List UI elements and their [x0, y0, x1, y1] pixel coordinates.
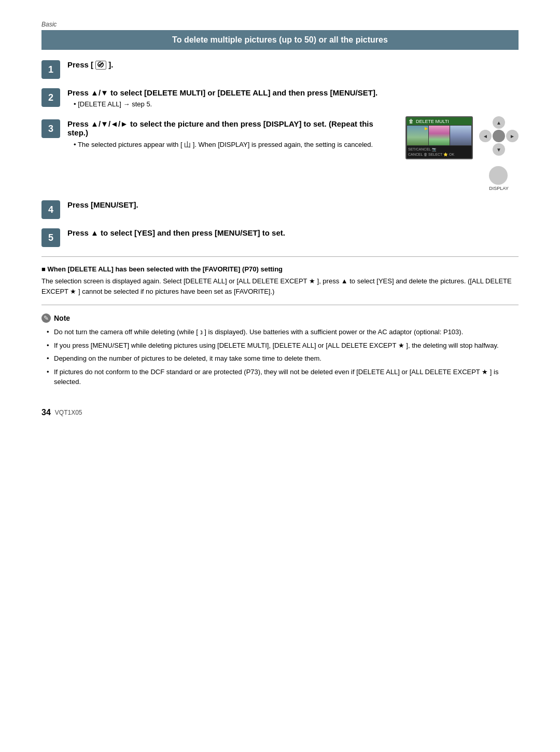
- step-number-4: 4: [41, 200, 60, 219]
- lcd-photo-2: [429, 126, 450, 145]
- step-number-2: 2: [41, 88, 60, 107]
- step-3-main: Press ▲/▼/◄/► to select the picture and …: [67, 119, 395, 137]
- step-3-images: 🗑 DELETE MULTI ▶ SET/CANCEL 📷 CANCEL 🗑 S…: [405, 116, 519, 191]
- step-2-text: Press ▲/▼ to select [DELETE MULTI] or [D…: [67, 88, 519, 97]
- lcd-title-bar: 🗑 DELETE MULTI: [407, 117, 472, 125]
- display-button: [489, 166, 508, 185]
- lcd-cancel-select-ok: CANCEL 🗑 SELECT ⭐ OK: [408, 152, 470, 157]
- section-divider-2: [41, 305, 519, 305]
- step-3-text-col: Press ▲/▼/◄/► to select the picture and …: [67, 119, 395, 152]
- dpad-right: ►: [506, 130, 519, 142]
- step-3-sub-1: • The selected pictures appear with [ 山 …: [74, 140, 395, 149]
- lcd-photo-3: [450, 126, 471, 145]
- step-3-row: Press ▲/▼/◄/► to select the picture and …: [67, 119, 519, 191]
- warning-title: ■ When [DELETE ALL] has been selected wi…: [41, 265, 519, 273]
- lcd-bottom-bar: SET/CANCEL 📷 CANCEL 🗑 SELECT ⭐ OK: [407, 146, 472, 158]
- dpad-up: ▲: [493, 116, 505, 129]
- note-section: ✎ Note Do not turn the camera off while …: [41, 313, 519, 387]
- display-label: DISPLAY: [489, 186, 508, 191]
- dpad-container: ▲ ◄ ► ▼ DISPLAY: [479, 116, 519, 191]
- warning-body: The selection screen is displayed again.…: [41, 276, 519, 296]
- step-number-5: 5: [41, 228, 60, 247]
- note-item-3: Depending on the number of pictures to b…: [47, 353, 519, 364]
- page-header: To delete multiple pictures (up to 50) o…: [41, 30, 519, 50]
- section-divider: [41, 256, 519, 257]
- dpad: ▲ ◄ ► ▼: [479, 116, 519, 156]
- step-3-sub: • The selected pictures appear with [ 山 …: [74, 140, 395, 149]
- page-number: 34: [41, 408, 51, 417]
- step-5: 5 Press ▲ to select [YES] and then press…: [41, 228, 519, 247]
- step-number-1: 1: [41, 60, 60, 79]
- step-number-3: 3: [41, 119, 60, 138]
- lcd-photo-1: ▶: [407, 126, 428, 145]
- basic-label: Basic: [41, 21, 519, 28]
- warning-section: ■ When [DELETE ALL] has been selected wi…: [41, 265, 519, 296]
- step-4: 4 Press [MENU/SET].: [41, 200, 519, 219]
- step-3-content: Press ▲/▼/◄/► to select the picture and …: [67, 119, 519, 191]
- note-item-4: If pictures do not conform to the DCF st…: [47, 367, 519, 387]
- dpad-center: [493, 130, 505, 142]
- step-5-content: Press ▲ to select [YES] and then press […: [67, 228, 519, 240]
- page-code: VQT1X05: [55, 409, 82, 416]
- step-1: 1 Press [ 〄 ].: [41, 60, 519, 79]
- step-2: 2 Press ▲/▼ to select [DELETE MULTI] or …: [41, 88, 519, 110]
- step-2-content: Press ▲/▼ to select [DELETE MULTI] or [D…: [67, 88, 519, 110]
- selected-mark-1: ▶: [425, 126, 428, 131]
- step-3: 3 Press ▲/▼/◄/► to select the picture an…: [41, 119, 519, 191]
- step-2-sub: • [DELETE ALL] → step 5.: [74, 100, 519, 108]
- step-1-text: Press [ 〄 ].: [67, 60, 519, 69]
- step-4-text: Press [MENU/SET].: [67, 200, 519, 209]
- trash-icon: 🗑: [409, 118, 414, 124]
- dpad-empty-br: [506, 143, 519, 156]
- page-footer: 34 VQT1X05: [41, 408, 519, 417]
- lcd-photos-grid: ▶: [407, 125, 472, 146]
- note-header: ✎ Note: [41, 313, 519, 323]
- note-title: Note: [54, 314, 70, 322]
- dpad-empty-tr: [506, 116, 519, 129]
- note-item-1: Do not turn the camera off while deletin…: [47, 327, 519, 337]
- note-items: Do not turn the camera off while deletin…: [47, 327, 519, 387]
- lcd-screen: 🗑 DELETE MULTI ▶ SET/CANCEL 📷 CANCEL 🗑 S…: [405, 116, 473, 159]
- note-icon: ✎: [41, 313, 51, 323]
- step-4-content: Press [MENU/SET].: [67, 200, 519, 212]
- step-5-text: Press ▲ to select [YES] and then press […: [67, 228, 519, 237]
- dpad-empty-bl: [479, 143, 492, 156]
- note-item-2: If you press [MENU/SET] while deleting p…: [47, 340, 519, 351]
- lcd-set-cancel: SET/CANCEL 📷: [408, 147, 470, 152]
- step-1-content: Press [ 〄 ].: [67, 60, 519, 72]
- dpad-empty-tl: [479, 116, 492, 129]
- step-2-sub-1: • [DELETE ALL] → step 5.: [74, 100, 519, 108]
- dpad-down: ▼: [493, 143, 505, 156]
- lcd-title-text: DELETE MULTI: [416, 119, 449, 124]
- dpad-left: ◄: [479, 130, 492, 142]
